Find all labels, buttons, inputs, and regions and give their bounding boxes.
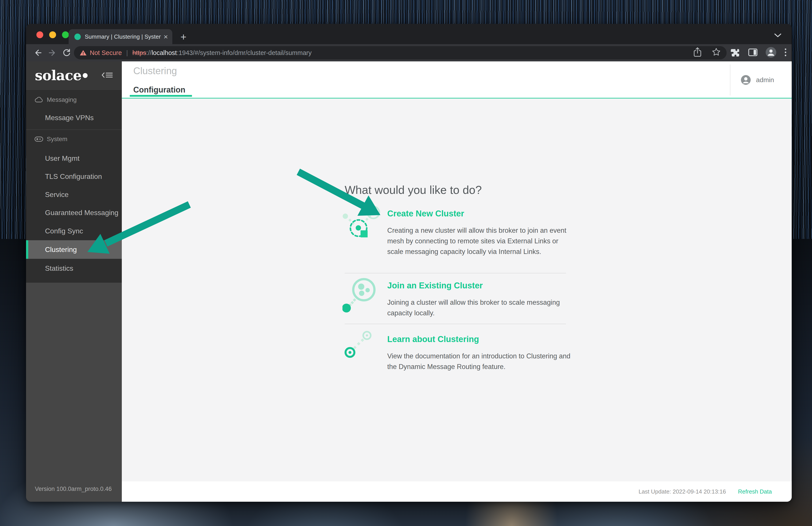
minimize-window-button[interactable] xyxy=(49,31,56,38)
user-menu[interactable]: admin xyxy=(730,65,792,95)
section-messaging: Messaging xyxy=(34,96,76,103)
omnibox-divider: | xyxy=(126,49,128,57)
sidebar-footer: Version 100.0arm_proto.0.46 xyxy=(26,283,122,502)
side-panel-icon[interactable] xyxy=(748,48,758,58)
create-cluster-icon xyxy=(343,205,387,253)
option-separator xyxy=(345,273,566,273)
sidebar-item-statistics[interactable]: Statistics xyxy=(26,259,122,278)
sidebar-item-user-mgmt[interactable]: User Mgmt xyxy=(26,149,122,167)
browser-tab[interactable]: Summary | Clustering | System × xyxy=(69,29,172,44)
share-icon[interactable] xyxy=(693,47,702,59)
page-header: Clustering Configuration admin xyxy=(122,61,792,99)
extensions-puzzle-icon[interactable] xyxy=(730,47,740,58)
solace-favicon-icon xyxy=(74,33,81,40)
version-label: Version 100.0arm_proto.0.46 xyxy=(35,484,117,494)
join-existing-cluster-description: Joining a cluster will allow this broker… xyxy=(387,297,571,318)
sidebar-item-label: Message VPNs xyxy=(45,114,94,122)
page-title: Clustering xyxy=(133,65,177,76)
not-secure-label: Not Secure xyxy=(90,49,122,57)
close-window-button[interactable] xyxy=(37,31,43,38)
sidebar-item-label: TLS Configuration xyxy=(45,172,102,181)
selected-indicator-bar xyxy=(26,240,28,259)
sidebar-divider xyxy=(26,129,122,130)
forward-icon[interactable] xyxy=(47,48,57,58)
refresh-data-link[interactable]: Refresh Data xyxy=(738,481,772,502)
warning-icon xyxy=(79,50,87,56)
tab-strip: Summary | Clustering | System × + xyxy=(26,24,792,44)
address-bar[interactable]: Not Secure | https :// localhost :1943/#… xyxy=(74,46,727,59)
bookmark-star-icon[interactable] xyxy=(712,47,721,58)
browser-menu-dots-icon[interactable] xyxy=(784,47,787,58)
sidebar-collapse-icon[interactable] xyxy=(102,71,113,80)
learn-about-clustering-description: View the documentation for an introducti… xyxy=(387,351,571,372)
zoom-window-button[interactable] xyxy=(62,31,69,38)
sidebar-item-label: Config Sync xyxy=(45,227,83,235)
url-host: localhost xyxy=(151,49,177,57)
window-controls xyxy=(37,31,69,38)
tab-search-chevron-icon[interactable] xyxy=(774,33,782,39)
sidebar-item-label: Guaranteed Messaging xyxy=(45,209,118,217)
section-system-label: System xyxy=(47,136,67,143)
browser-toolbar: Not Secure | https :// localhost :1943/#… xyxy=(26,44,792,61)
user-name-label: admin xyxy=(756,76,774,84)
create-new-cluster-description: Creating a new cluster will allow this b… xyxy=(387,225,571,257)
option-separator xyxy=(345,324,566,324)
profile-avatar-icon[interactable] xyxy=(766,47,776,58)
browser-window: Summary | Clustering | System × + xyxy=(26,24,792,502)
join-existing-cluster-link[interactable]: Join an Existing Cluster xyxy=(387,281,483,290)
url-path: :1943/#/system-info/dmr/cluster-detail/s… xyxy=(177,49,311,57)
system-chip-icon xyxy=(34,136,43,142)
join-cluster-icon xyxy=(343,278,387,323)
last-update-label: Last Update: 2022-09-14 20:13:16 xyxy=(639,481,726,502)
cloud-icon xyxy=(34,97,43,103)
url-scheme: https xyxy=(132,49,146,57)
sidebar-item-message-vpns[interactable]: Message VPNs xyxy=(26,109,122,127)
sidebar-item-label: Clustering xyxy=(45,245,77,254)
header-accent-line xyxy=(122,98,792,99)
sidebar-item-tls-configuration[interactable]: TLS Configuration xyxy=(26,167,122,185)
reload-icon[interactable] xyxy=(62,48,72,58)
create-new-cluster-link[interactable]: Create New Cluster xyxy=(387,209,464,218)
main-content: Clustering Configuration admin What woul… xyxy=(122,61,792,502)
desktop: Summary | Clustering | System × + xyxy=(0,0,812,526)
sidebar-logo-row: solace xyxy=(26,61,122,90)
wizard-heading: What would you like to do? xyxy=(345,183,482,197)
sidebar-item-clustering[interactable]: Clustering xyxy=(26,240,122,259)
sidebar-item-label: User Mgmt xyxy=(45,154,79,162)
sidebar-item-guaranteed-messaging[interactable]: Guaranteed Messaging xyxy=(26,203,122,222)
tab-configuration[interactable]: Configuration xyxy=(133,85,185,95)
sidebar-item-service[interactable]: Service xyxy=(26,185,122,203)
back-icon[interactable] xyxy=(33,48,43,58)
sidebar-item-label: Statistics xyxy=(45,264,73,272)
sidebar: solace Messaging Message VPNs System xyxy=(26,61,122,502)
section-messaging-label: Messaging xyxy=(47,96,76,103)
url-scheme-suffix: :// xyxy=(146,49,151,57)
solace-logo: solace xyxy=(35,67,82,84)
not-secure-chip[interactable]: Not Secure xyxy=(79,49,122,57)
tab-close-icon[interactable]: × xyxy=(163,33,168,40)
new-tab-button[interactable]: + xyxy=(180,32,186,42)
tab-title: Summary | Clustering | System xyxy=(85,33,161,40)
sidebar-item-config-sync[interactable]: Config Sync xyxy=(26,222,122,240)
active-tab-underline xyxy=(130,95,192,97)
sidebar-item-label: Service xyxy=(45,190,69,199)
section-system: System xyxy=(34,136,67,143)
user-avatar-icon xyxy=(740,75,751,85)
status-footer: Last Update: 2022-09-14 20:13:16 Refresh… xyxy=(122,481,792,502)
learn-about-clustering-link[interactable]: Learn about Clustering xyxy=(387,335,479,344)
solace-logo-dot-icon xyxy=(83,73,88,78)
learn-clustering-icon xyxy=(343,329,387,374)
